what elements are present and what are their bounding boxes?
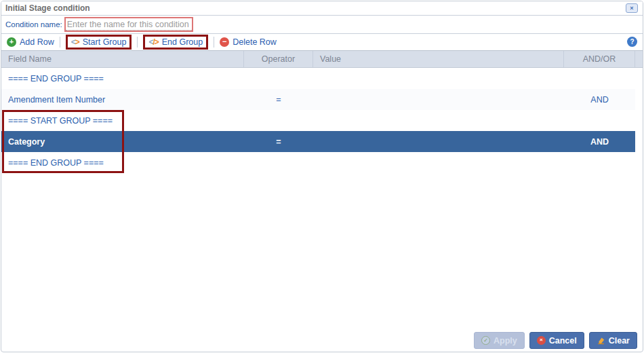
- row-andor: AND: [564, 131, 635, 152]
- condition-name-row: Condition name: ?: [1, 15, 643, 34]
- column-header-operator: Operator: [244, 51, 313, 67]
- add-row-button[interactable]: + Add Row: [7, 37, 54, 47]
- close-icon[interactable]: ×: [626, 3, 638, 13]
- column-header-spacer: [635, 51, 643, 67]
- help-icon[interactable]: ?: [627, 37, 637, 47]
- row-andor: [564, 68, 635, 89]
- row-value: [313, 89, 564, 110]
- table-row[interactable]: ==== END GROUP ====: [1, 152, 635, 173]
- apply-button[interactable]: ✓ Apply: [474, 332, 525, 349]
- row-operator: [244, 68, 313, 89]
- apply-check-icon: ✓: [481, 336, 490, 345]
- annotation-box-start-group: <> Start Group: [66, 35, 132, 50]
- row-andor: [564, 110, 635, 131]
- row-operator: =: [244, 89, 313, 110]
- start-group-label: Start Group: [83, 37, 127, 47]
- cancel-label: Cancel: [549, 336, 577, 346]
- initial-stage-condition-dialog: Initial Stage condition × Condition name…: [1, 1, 643, 352]
- table-row[interactable]: ==== END GROUP ====: [1, 68, 635, 89]
- row-value: [313, 152, 564, 173]
- grid-toolbar: + Add Row <> Start Group </> End Group −…: [1, 34, 643, 50]
- cancel-button[interactable]: × Cancel: [529, 332, 584, 349]
- add-row-label: Add Row: [20, 37, 54, 47]
- annotation-box-condition-input: [64, 17, 193, 32]
- delete-row-button[interactable]: − Delete Row: [220, 37, 277, 47]
- row-value: [313, 131, 564, 152]
- grid-rows: ==== END GROUP ==== Amendment Item Numbe…: [1, 68, 635, 173]
- row-field: Amendment Item Number: [1, 89, 244, 110]
- row-andor: AND: [564, 89, 635, 110]
- clear-icon: [597, 336, 605, 345]
- clear-button[interactable]: Clear: [589, 332, 637, 349]
- cancel-x-icon: ×: [537, 336, 546, 345]
- row-value: [313, 110, 564, 131]
- table-row[interactable]: ==== START GROUP ====: [1, 110, 635, 131]
- toolbar-separator: [214, 37, 214, 48]
- start-group-button[interactable]: <> Start Group: [71, 37, 127, 47]
- delete-icon: −: [220, 37, 229, 47]
- row-operator: =: [244, 131, 313, 152]
- annotation-box-end-group: </> End Group: [143, 35, 208, 50]
- start-group-icon: <>: [71, 37, 79, 47]
- condition-name-input[interactable]: [66, 18, 192, 31]
- clear-label: Clear: [609, 336, 630, 346]
- footer-buttons: ✓ Apply × Cancel Clear: [474, 332, 637, 349]
- table-row[interactable]: Amendment Item Number = AND: [1, 89, 635, 110]
- condition-name-label: Condition name:: [5, 20, 62, 29]
- delete-row-label: Delete Row: [233, 37, 277, 47]
- row-field: ==== END GROUP ====: [1, 152, 244, 173]
- end-group-button[interactable]: </> End Group: [148, 37, 203, 47]
- column-header-value: Value: [313, 51, 564, 67]
- toolbar-separator: [137, 37, 138, 48]
- row-field: ==== START GROUP ====: [1, 110, 244, 131]
- row-field: Category: [1, 131, 244, 152]
- end-group-icon: </>: [148, 37, 158, 47]
- column-header-andor: AND/OR: [564, 51, 635, 67]
- add-icon: +: [7, 37, 16, 47]
- table-row-selected[interactable]: Category = AND: [1, 131, 635, 152]
- row-field: ==== END GROUP ====: [1, 68, 244, 89]
- end-group-label: End Group: [162, 37, 203, 47]
- row-value: [313, 68, 564, 89]
- row-operator: [244, 110, 313, 131]
- row-operator: [244, 152, 313, 173]
- apply-label: Apply: [494, 336, 517, 346]
- grid-column-headers: Field Name Operator Value AND/OR: [1, 50, 643, 68]
- toolbar-separator: [60, 37, 60, 48]
- row-andor: [564, 152, 635, 173]
- dialog-title: Initial Stage condition: [5, 3, 90, 13]
- dialog-titlebar: Initial Stage condition ×: [1, 1, 643, 15]
- column-header-field-name: Field Name: [1, 51, 244, 67]
